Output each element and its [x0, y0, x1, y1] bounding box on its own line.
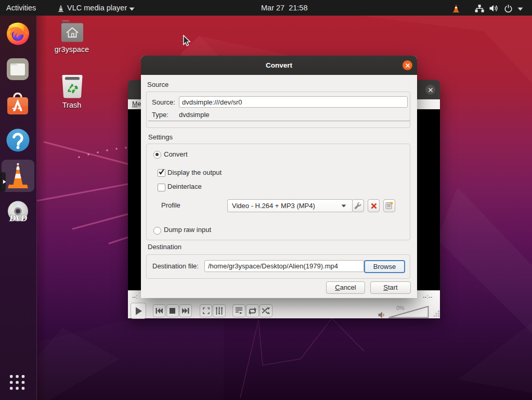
svg-text:DVD: DVD	[9, 213, 27, 223]
